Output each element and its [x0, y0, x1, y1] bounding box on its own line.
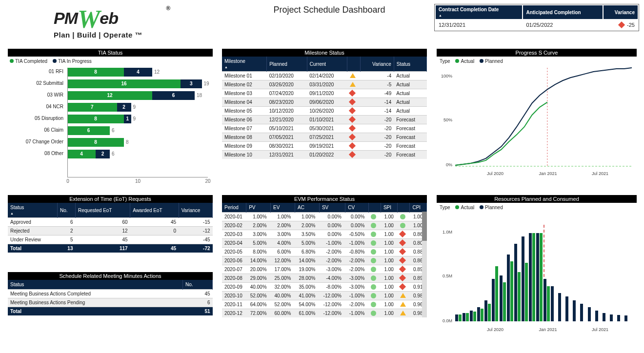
table-row[interactable]: 2020-058.00%6.00%6.80%-2.00%-0.80%1.000.…	[222, 248, 427, 256]
table-row[interactable]: Milestone 0510/12/202010/26/2020-14Actua…	[222, 107, 427, 116]
resource-bar-group[interactable]	[463, 313, 469, 321]
evm-col[interactable]: EV	[271, 203, 295, 213]
col-anticipated[interactable]: Anticipated Completion	[523, 5, 603, 19]
evm-col[interactable]: CV	[345, 203, 369, 213]
table-row[interactable]: 2020-033.00%3.00%3.50%0.00%-0.50%1.000.8…	[222, 230, 427, 239]
table-row[interactable]: Milestone 0408/23/202009/06/2020-14Actua…	[222, 98, 427, 107]
resource-bar-group[interactable]	[595, 311, 602, 321]
resources-chart[interactable]: 0.0M 0.5M 1.0M Jul 2020 Jan 2021 Jul 202…	[437, 210, 637, 332]
resource-bar-group[interactable]	[522, 236, 528, 321]
tia-row[interactable]: 03 WIR 12618	[8, 90, 213, 102]
table-row[interactable]: 2020-011.00%1.00%1.00%0.00%0.00%1.001.00	[222, 213, 427, 221]
tia-row[interactable]: 05 Disruption 819	[8, 114, 213, 125]
evm-scrollbar[interactable]	[422, 212, 427, 317]
resource-bar-group[interactable]	[610, 314, 617, 321]
eot-col-status[interactable]: Status▲	[8, 203, 57, 218]
resource-bar-group[interactable]	[500, 275, 506, 321]
table-row[interactable]: Milestone 0807/05/202107/25/2021-20Forec…	[222, 133, 427, 142]
evm-col[interactable]	[398, 203, 410, 213]
resource-bar-group[interactable]	[551, 286, 558, 321]
table-row[interactable]: 2020-0614.00%12.00%14.00%-2.00%-2.00%1.0…	[222, 256, 427, 265]
resource-bar-group[interactable]	[617, 315, 624, 321]
table-row[interactable]: Milestone 0102/10/202002/14/2020-4Actual	[222, 72, 427, 80]
table-row[interactable]: Meeting Business Actions Completed45	[8, 290, 213, 298]
resource-bar-group[interactable]	[507, 255, 514, 321]
table-row[interactable]: Milestone 0203/26/202003/31/2020-5Actual	[222, 80, 427, 89]
eot-col-no[interactable]: No.	[57, 203, 75, 218]
meet-col-no[interactable]: No.	[183, 280, 213, 290]
evm-col[interactable]	[368, 203, 381, 213]
table-row[interactable]: Meeting Business Actions Pending6	[8, 298, 213, 307]
table-row[interactable]: 2020-1164.00%52.00%54.00%-12.00%-2.00%1.…	[222, 300, 427, 309]
evm-col[interactable]: SV	[319, 203, 345, 213]
resource-bar-group[interactable]	[514, 244, 521, 321]
tia-row[interactable]: 07 Change Order 88	[8, 137, 213, 149]
evm-table[interactable]: PeriodPVEVACSVCVSPICPI 2020-011.00%1.00%…	[222, 203, 427, 317]
table-row[interactable]: 2020-0720.00%17.00%19.00%-3.00%-2.00%1.0…	[222, 265, 427, 274]
resource-bar	[540, 233, 543, 321]
resource-bar-group[interactable]	[455, 314, 462, 321]
tia-row[interactable]: 02 Submittal 16319	[8, 78, 213, 90]
tia-row[interactable]: 04 NCR 729	[8, 102, 213, 114]
resource-bar-group[interactable]	[543, 279, 550, 321]
resource-bar-group[interactable]	[580, 304, 587, 321]
table-total: Total51	[8, 307, 213, 316]
milestone-table[interactable]: Milestone▲PlannedCurrentVarianceStatus M…	[222, 57, 427, 159]
resource-bar-group[interactable]	[492, 266, 499, 321]
table-row[interactable]: 2020-0829.00%25.00%28.00%-4.00%-3.00%1.0…	[222, 274, 427, 283]
table-row[interactable]: Milestone 0908/30/202109/19/2021-20Forec…	[222, 142, 427, 151]
table-row[interactable]: Approved66045-15	[8, 218, 213, 227]
eot-col-aw[interactable]: Awarded EoT	[130, 203, 179, 218]
tia-row-total: 8	[126, 138, 129, 147]
resource-bar-group[interactable]	[603, 313, 609, 321]
resource-bar-group[interactable]	[536, 233, 543, 321]
table-row[interactable]: Milestone 0307/24/202009/11/2020-49Actua…	[222, 89, 427, 98]
status-icon	[347, 142, 361, 151]
meet-col-status[interactable]: Status	[8, 280, 183, 290]
resource-bar-group[interactable]	[484, 300, 491, 321]
table-row[interactable]: 2020-1052.00%40.00%41.00%-12.00%-1.00%1.…	[222, 292, 427, 300]
resource-bar-group[interactable]	[565, 296, 572, 321]
resource-bar-group[interactable]	[624, 315, 631, 321]
table-row[interactable]: Rejected2120-12	[8, 227, 213, 235]
table-row[interactable]: 2020-022.00%2.00%2.00%0.00%0.00%1.001.00	[222, 221, 427, 230]
evm-col[interactable]: AC	[295, 203, 319, 213]
ms-col[interactable]: Milestone▲	[222, 57, 267, 72]
eot-col-req[interactable]: Requested EoT	[75, 203, 130, 218]
table-row[interactable]: 2020-1272.00%60.00%61.00%-12.00%-1.00%1.…	[222, 309, 427, 318]
table-row[interactable]: Milestone 0705/10/202105/30/2021-20Forec…	[222, 124, 427, 133]
evm-col[interactable]: PV	[246, 203, 271, 213]
scurve-chart[interactable]	[437, 64, 637, 176]
panel-eot-head: Extension of Time (EoT) Requests	[8, 195, 213, 203]
ms-col[interactable]: Current	[307, 57, 347, 72]
resource-bar-group[interactable]	[529, 233, 536, 321]
spi-icon	[371, 240, 376, 246]
ms-col[interactable]: Planned	[267, 57, 307, 72]
resource-bar	[455, 314, 458, 321]
ms-col[interactable]: Variance	[361, 57, 394, 72]
eot-table[interactable]: Status▲ No. Requested EoT Awarded EoT Va…	[8, 203, 213, 253]
eot-col-var[interactable]: Variance	[179, 203, 212, 218]
table-row[interactable]: 2020-0940.00%32.00%35.00%-8.00%-3.00%1.0…	[222, 283, 427, 292]
resource-bar-group[interactable]	[470, 311, 477, 321]
table-row[interactable]: Milestone 1012/31/202101/20/2022-20Forec…	[222, 151, 427, 159]
evm-col[interactable]: Period	[222, 203, 246, 213]
tia-row[interactable]: 01 RFI 8412	[8, 67, 213, 78]
resource-bar-group[interactable]	[558, 293, 565, 321]
resource-bar-group[interactable]	[588, 307, 595, 321]
resource-bar-group[interactable]	[477, 307, 484, 321]
resource-bar-group[interactable]	[573, 300, 580, 321]
table-row[interactable]: 2020-045.00%4.00%5.00%-1.00%-1.00%1.000.…	[222, 239, 427, 248]
ms-col[interactable]: Status	[394, 57, 426, 72]
tia-row[interactable]: 08 Other 426	[8, 149, 213, 160]
tia-row[interactable]: 06 Claim 66	[8, 125, 213, 137]
evm-col[interactable]: CPI	[410, 203, 427, 213]
table-row[interactable]: Milestone 0612/21/202001/10/2021-20Forec…	[222, 116, 427, 124]
table-row[interactable]: Under Review545-45	[8, 235, 213, 244]
meeting-table[interactable]: Status No. Meeting Business Actions Comp…	[8, 280, 213, 315]
col-contract[interactable]: Contract Completion Date▲	[436, 5, 522, 19]
ms-col[interactable]	[347, 57, 361, 72]
evm-col[interactable]: SPI	[381, 203, 398, 213]
resource-bar	[543, 279, 546, 321]
col-variance[interactable]: Variance	[604, 5, 638, 19]
